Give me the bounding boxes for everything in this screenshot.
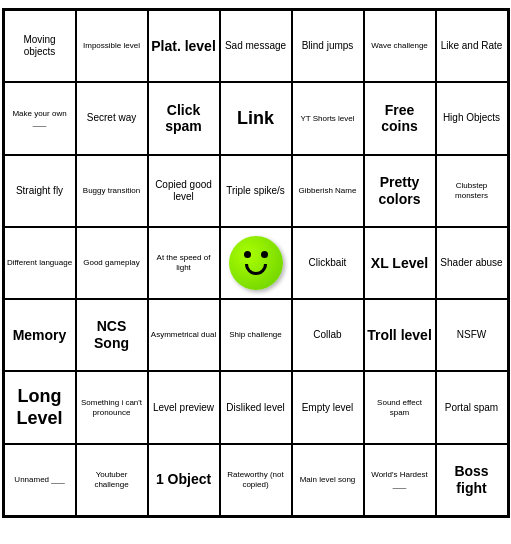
- cell-text-6: Like and Rate: [441, 40, 503, 52]
- cell-text-43: Youtuber challenge: [79, 470, 145, 489]
- cell-text-36: Something i can't pronounce: [79, 398, 145, 417]
- bingo-cell-15: Buggy transition: [76, 155, 148, 227]
- bingo-cell-9: Click spam: [148, 82, 220, 154]
- cell-text-15: Buggy transition: [83, 186, 140, 196]
- cell-text-1: Impossible level: [83, 41, 140, 51]
- bingo-cell-1: Impossible level: [76, 10, 148, 82]
- cell-text-31: Ship challenge: [229, 330, 281, 340]
- cell-text-11: YT Shorts level: [300, 114, 354, 124]
- cell-text-39: Empty level: [302, 402, 354, 414]
- bingo-cell-0: Moving objects: [4, 10, 76, 82]
- bingo-cell-21: Different language: [4, 227, 76, 299]
- bingo-cell-24: [220, 227, 292, 299]
- smiley-eyes: [244, 251, 268, 258]
- cell-text-16: Copied good level: [151, 179, 217, 203]
- bingo-cell-2: Plat. level: [148, 10, 220, 82]
- bingo-cell-3: Sad message: [220, 10, 292, 82]
- bingo-cell-18: Gibberish Name: [292, 155, 364, 227]
- cell-text-29: NCS Song: [79, 318, 145, 352]
- bingo-cell-5: Wave challenge: [364, 10, 436, 82]
- bingo-cell-39: Empty level: [292, 371, 364, 443]
- bingo-cell-11: YT Shorts level: [292, 82, 364, 154]
- cell-text-32: Collab: [313, 329, 341, 341]
- bingo-cell-13: High Objects: [436, 82, 508, 154]
- bingo-cell-8: Secret way: [76, 82, 148, 154]
- cell-text-19: Pretty colors: [367, 174, 433, 208]
- bingo-cell-36: Something i can't pronounce: [76, 371, 148, 443]
- cell-text-21: Different language: [7, 258, 72, 268]
- cell-text-3: Sad message: [225, 40, 286, 52]
- bingo-cell-47: World's Hardest ___: [364, 444, 436, 516]
- bingo-cell-40: Sound effect spam: [364, 371, 436, 443]
- bingo-title: [0, 0, 511, 8]
- bingo-cell-30: Asymmetrical dual: [148, 299, 220, 371]
- cell-text-28: Memory: [13, 327, 67, 344]
- cell-text-2: Plat. level: [151, 38, 216, 55]
- cell-text-12: Free coins: [367, 102, 433, 136]
- cell-text-5: Wave challenge: [371, 41, 428, 51]
- bingo-cell-14: Straight fly: [4, 155, 76, 227]
- bingo-cell-7: Make your own ___: [4, 82, 76, 154]
- bingo-cell-45: Rateworthy (not copied): [220, 444, 292, 516]
- bingo-cell-27: Shader abuse: [436, 227, 508, 299]
- cell-text-9: Click spam: [151, 102, 217, 136]
- cell-text-22: Good gameplay: [83, 258, 139, 268]
- bingo-cell-26: XL Level: [364, 227, 436, 299]
- bingo-cell-38: Disliked level: [220, 371, 292, 443]
- bingo-cell-46: Main level song: [292, 444, 364, 516]
- bingo-cell-48: Boss fight: [436, 444, 508, 516]
- bingo-cell-12: Free coins: [364, 82, 436, 154]
- cell-text-46: Main level song: [300, 475, 356, 485]
- free-space-smiley: [229, 236, 283, 290]
- cell-text-47: World's Hardest ___: [367, 470, 433, 489]
- bingo-cell-44: 1 Object: [148, 444, 220, 516]
- bingo-cell-29: NCS Song: [76, 299, 148, 371]
- bingo-cell-22: Good gameplay: [76, 227, 148, 299]
- bingo-cell-41: Portal spam: [436, 371, 508, 443]
- cell-text-30: Asymmetrical dual: [151, 330, 216, 340]
- smiley-mouth: [245, 264, 267, 275]
- bingo-cell-17: Triple spike/s: [220, 155, 292, 227]
- cell-text-23: At the speed of light: [151, 253, 217, 272]
- bingo-cell-34: NSFW: [436, 299, 508, 371]
- cell-text-7: Make your own ___: [7, 109, 73, 128]
- cell-text-27: Shader abuse: [440, 257, 502, 269]
- cell-text-13: High Objects: [443, 112, 500, 124]
- bingo-cell-4: Blind jumps: [292, 10, 364, 82]
- bingo-cell-37: Level preview: [148, 371, 220, 443]
- cell-text-40: Sound effect spam: [367, 398, 433, 417]
- bingo-grid: Moving objectsImpossible levelPlat. leve…: [2, 8, 510, 518]
- bingo-cell-6: Like and Rate: [436, 10, 508, 82]
- bingo-cell-10: Link: [220, 82, 292, 154]
- cell-text-18: Gibberish Name: [299, 186, 357, 196]
- cell-text-38: Disliked level: [226, 402, 284, 414]
- bingo-cell-25: Clickbait: [292, 227, 364, 299]
- bingo-cell-16: Copied good level: [148, 155, 220, 227]
- smiley-right-eye: [261, 251, 268, 258]
- bingo-cell-23: At the speed of light: [148, 227, 220, 299]
- bingo-cell-32: Collab: [292, 299, 364, 371]
- cell-text-45: Rateworthy (not copied): [223, 470, 289, 489]
- bingo-cell-28: Memory: [4, 299, 76, 371]
- bingo-cell-35: Long Level: [4, 371, 76, 443]
- cell-text-44: 1 Object: [156, 471, 211, 488]
- smiley-left-eye: [244, 251, 251, 258]
- cell-text-25: Clickbait: [309, 257, 347, 269]
- cell-text-33: Troll level: [367, 327, 432, 344]
- cell-text-20: Clubstep monsters: [439, 181, 505, 200]
- cell-text-42: Unnamed ___: [14, 475, 64, 485]
- bingo-cell-20: Clubstep monsters: [436, 155, 508, 227]
- cell-text-34: NSFW: [457, 329, 486, 341]
- bingo-cell-31: Ship challenge: [220, 299, 292, 371]
- cell-text-4: Blind jumps: [302, 40, 354, 52]
- cell-text-17: Triple spike/s: [226, 185, 285, 197]
- bingo-cell-19: Pretty colors: [364, 155, 436, 227]
- cell-text-41: Portal spam: [445, 402, 498, 414]
- cell-text-26: XL Level: [371, 255, 428, 272]
- cell-text-35: Long Level: [7, 386, 73, 429]
- cell-text-14: Straight fly: [16, 185, 63, 197]
- bingo-cell-43: Youtuber challenge: [76, 444, 148, 516]
- bingo-cell-33: Troll level: [364, 299, 436, 371]
- cell-text-37: Level preview: [153, 402, 214, 414]
- cell-text-8: Secret way: [87, 112, 136, 124]
